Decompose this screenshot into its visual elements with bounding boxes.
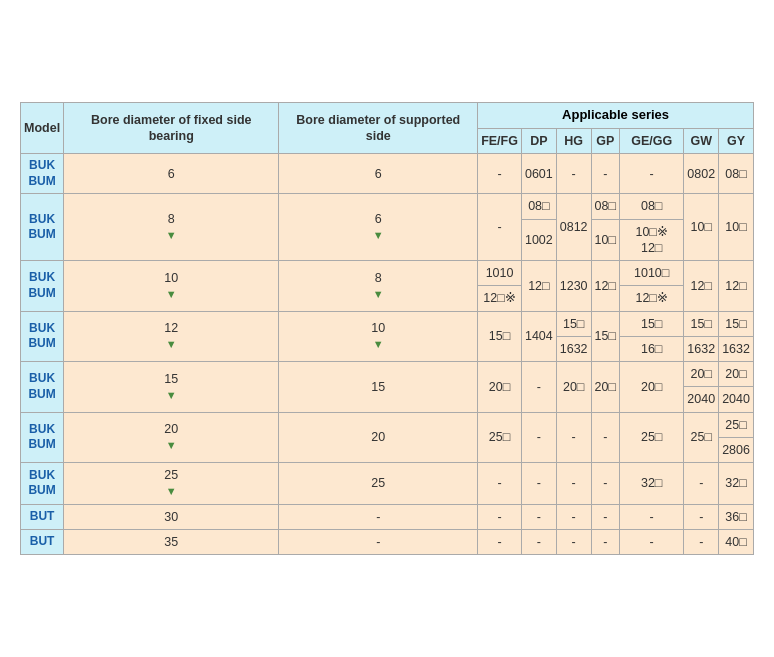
model-cell: BUKBUM xyxy=(21,412,64,463)
data-cell-gw-bot: 1632 xyxy=(684,336,719,361)
data-cell-hg: - xyxy=(556,412,591,463)
data-cell-gp: 20□ xyxy=(591,362,619,413)
data-cell-gp: - xyxy=(591,154,619,194)
data-cell-hg: 0812 xyxy=(556,194,591,261)
arrow-icon: ▼ xyxy=(166,338,177,350)
model-cell: BUKBUM xyxy=(21,311,64,362)
data-cell-ge_gg-bot: 10□※ 12□ xyxy=(620,219,684,261)
arrow-icon: ▼ xyxy=(166,439,177,451)
model-cell: BUT xyxy=(21,529,64,554)
data-cell-gw-top: 15□ xyxy=(684,311,719,336)
data-cell-dp: 12□ xyxy=(521,261,556,312)
bore-supported-cell: - xyxy=(279,529,478,554)
data-cell-ge_gg: - xyxy=(620,154,684,194)
header-gy: GY xyxy=(719,128,754,153)
data-cell-ge_gg-top: 15□ xyxy=(620,311,684,336)
data-cell-gp: - xyxy=(591,504,619,529)
data-cell-gw: 25□ xyxy=(684,412,719,463)
data-cell-fe_fg: - xyxy=(478,194,522,261)
data-cell-gy: 08□ xyxy=(719,154,754,194)
arrow-icon: ▼ xyxy=(166,389,177,401)
data-cell-gy-bot: 1632 xyxy=(719,336,754,361)
data-cell-ge_gg: 32□ xyxy=(620,463,684,505)
main-table: Model Bore diameter of fixed side bearin… xyxy=(20,102,754,555)
data-cell-gp: - xyxy=(591,463,619,505)
data-cell-gy-top: 20□ xyxy=(719,362,754,387)
bore-supported-cell: 10▼ xyxy=(279,311,478,362)
data-cell-gp: 12□ xyxy=(591,261,619,312)
data-cell-fe_fg: 20□ xyxy=(478,362,522,413)
data-cell-dp-bot: 1002 xyxy=(521,219,556,261)
arrow-icon: ▼ xyxy=(166,485,177,497)
data-cell-gp: - xyxy=(591,412,619,463)
header-gw: GW xyxy=(684,128,719,153)
table-wrapper: Model Bore diameter of fixed side bearin… xyxy=(0,82,774,575)
data-cell-gw: - xyxy=(684,504,719,529)
model-cell: BUKBUM xyxy=(21,362,64,413)
data-cell-dp: 0601 xyxy=(521,154,556,194)
data-cell-gw-top: 20□ xyxy=(684,362,719,387)
data-cell-gy-top: 25□ xyxy=(719,412,754,437)
bore-fixed-cell: 6 xyxy=(64,154,279,194)
data-cell-gw: 0802 xyxy=(684,154,719,194)
data-cell-ge_gg: - xyxy=(620,529,684,554)
data-cell-gy-top: 15□ xyxy=(719,311,754,336)
arrow-icon: ▼ xyxy=(166,229,177,241)
data-cell-ge_gg-bot: 16□ xyxy=(620,336,684,361)
header-hg: HG xyxy=(556,128,591,153)
bore-fixed-cell: 25▼ xyxy=(64,463,279,505)
data-cell-dp-top: 08□ xyxy=(521,194,556,219)
data-cell-fe_fg: 15□ xyxy=(478,311,522,362)
data-cell-gp: 15□ xyxy=(591,311,619,362)
model-cell: BUT xyxy=(21,504,64,529)
bore-supported-cell: 8▼ xyxy=(279,261,478,312)
data-cell-dp: - xyxy=(521,463,556,505)
header-bore-fixed: Bore diameter of fixed side bearing xyxy=(64,102,279,153)
data-cell-ge_gg-top: 1010□ xyxy=(620,261,684,286)
data-cell-ge_gg-top: 08□ xyxy=(620,194,684,219)
data-cell-hg: 1230 xyxy=(556,261,591,312)
header-model: Model xyxy=(21,102,64,153)
data-cell-dp: - xyxy=(521,362,556,413)
model-cell: BUKBUM xyxy=(21,194,64,261)
arrow-icon: ▼ xyxy=(373,229,384,241)
data-cell-gy: 40□ xyxy=(719,529,754,554)
header-dp: DP xyxy=(521,128,556,153)
arrow-icon: ▼ xyxy=(373,338,384,350)
data-cell-fe_fg-bot: 12□※ xyxy=(478,286,522,311)
bore-fixed-cell: 30 xyxy=(64,504,279,529)
data-cell-gp-bot: 10□ xyxy=(591,219,619,261)
data-cell-hg: - xyxy=(556,463,591,505)
data-cell-gy: 10□ xyxy=(719,194,754,261)
data-cell-gw: - xyxy=(684,529,719,554)
data-cell-dp: - xyxy=(521,412,556,463)
data-cell-gy-bot: 2806 xyxy=(719,437,754,462)
header-bore-supported: Bore diameter of supported side xyxy=(279,102,478,153)
data-cell-gy-bot: 2040 xyxy=(719,387,754,412)
arrow-icon: ▼ xyxy=(166,288,177,300)
data-cell-fe_fg: - xyxy=(478,529,522,554)
bore-fixed-cell: 12▼ xyxy=(64,311,279,362)
data-cell-fe_fg: - xyxy=(478,504,522,529)
bore-fixed-cell: 8▼ xyxy=(64,194,279,261)
data-cell-fe_fg: 25□ xyxy=(478,412,522,463)
bore-supported-cell: 20 xyxy=(279,412,478,463)
bore-supported-cell: - xyxy=(279,504,478,529)
data-cell-dp: - xyxy=(521,504,556,529)
data-cell-ge_gg-bot: 12□※ xyxy=(620,286,684,311)
bore-supported-cell: 6▼ xyxy=(279,194,478,261)
data-cell-hg: 20□ xyxy=(556,362,591,413)
data-cell-gy: 32□ xyxy=(719,463,754,505)
data-cell-fe_fg: - xyxy=(478,154,522,194)
bore-supported-cell: 15 xyxy=(279,362,478,413)
data-cell-ge_gg: - xyxy=(620,504,684,529)
data-cell-gw: - xyxy=(684,463,719,505)
arrow-icon: ▼ xyxy=(373,288,384,300)
data-cell-gp-top: 08□ xyxy=(591,194,619,219)
model-cell: BUKBUM xyxy=(21,261,64,312)
data-cell-gp: - xyxy=(591,529,619,554)
model-cell: BUKBUM xyxy=(21,463,64,505)
bore-supported-cell: 25 xyxy=(279,463,478,505)
data-cell-gy: 12□ xyxy=(719,261,754,312)
data-cell-ge_gg: 25□ xyxy=(620,412,684,463)
